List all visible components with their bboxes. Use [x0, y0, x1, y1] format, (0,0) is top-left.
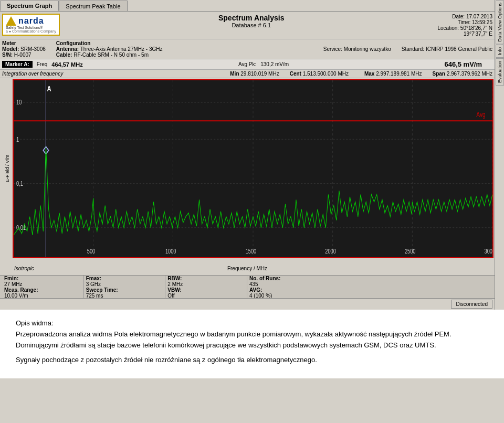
- marker-row: Marker A: Freq 464,57 MHz Avg Pk: 130,2 …: [0, 59, 495, 70]
- svg-text:10: 10: [16, 99, 22, 106]
- svg-text:1000: 1000: [165, 248, 176, 255]
- meter-label: Meter: [2, 40, 46, 46]
- meas-fmin: Fmin: 27 MHz Meas. Range: 10,00 V/m: [2, 276, 84, 299]
- description-area: Opis widma:Przeprowadzona analiza widma …: [0, 310, 504, 378]
- svg-text:Avg: Avg: [476, 111, 486, 119]
- y-axis-label: E-Field / V/m: [5, 155, 10, 182]
- description-paragraph-3: Sygnały pochodzące z pozostałych źródeł …: [16, 355, 488, 366]
- x-axis-label: Frequency / MHz: [227, 266, 267, 271]
- sidebar-tab-info[interactable]: Info: [496, 45, 504, 58]
- location-label: Location:: [437, 25, 459, 31]
- measurement-grid: Fmin: 27 MHz Meas. Range: 10,00 V/m Fmax…: [2, 276, 492, 299]
- disconnect-button[interactable]: Disconnected: [451, 300, 492, 309]
- model-row: Model: SRM-3006: [2, 46, 46, 52]
- avg-pk-label: Avg Pk:: [238, 61, 256, 67]
- logo-text: narda: [18, 16, 44, 26]
- meter-config-row: Meter Model: SRM-3006 S/N: H-0007 Config…: [0, 39, 495, 59]
- sidebar-tab-evaluation[interactable]: Evaluation: [496, 58, 504, 86]
- service-label: Service:: [323, 46, 342, 52]
- graph-container: E-Field / V/m: [1, 79, 494, 274]
- antenna-row: Antenna: Three-Axis Antenna 27MHz - 3GHz: [56, 46, 163, 52]
- avg-pk-value: 130,2 mV/m: [260, 61, 289, 67]
- integration-label: Integration over frequency: [2, 71, 63, 77]
- logo-area: narda Safety Test Solutions® a ● Communi…: [2, 14, 65, 36]
- spectrum-graph-svg: 10 1 0,1 0,01 500 1000 1500 2000 2500 30…: [14, 80, 492, 257]
- big-measurement-value: 646,5 mV/m: [444, 60, 482, 68]
- header-area: narda Safety Test Solutions® a ● Communi…: [0, 12, 495, 39]
- right-sidebar: Data View Options Info Evaluation: [495, 0, 504, 310]
- config-col: Configuration Antenna: Three-Axis Antenn…: [56, 40, 163, 58]
- svg-text:2500: 2500: [405, 248, 415, 255]
- title-area: Spectrum Analysis Database # 6.1: [69, 14, 433, 28]
- svg-text:1500: 1500: [246, 248, 256, 255]
- measurement-bar: Fmin: 27 MHz Meas. Range: 10,00 V/m Fmax…: [0, 275, 495, 298]
- sidebar-tab-data-view[interactable]: Data View Options: [496, 0, 504, 44]
- meas-noruns: No. of Runs: 435 AVG: 4 (100 %): [247, 276, 329, 299]
- svg-text:A: A: [47, 84, 51, 93]
- time-row: Time: 13:59:25: [437, 19, 492, 25]
- service-value: Monitoring wszystko: [344, 46, 391, 52]
- marker-badge: Marker A:: [2, 61, 33, 68]
- time-label: Time:: [458, 19, 471, 25]
- sn-row: S/N: H-0007: [2, 52, 46, 58]
- location-value: 50°18'26,7" N19°7'37,7" E: [460, 25, 492, 37]
- logo-tagline: Safety Test Solutions®: [6, 26, 43, 29]
- meas-fmax: Fmax: 3 GHz Sweep Time: 725 ms: [84, 276, 166, 299]
- tab-spectrum-graph[interactable]: Spectrum Graph: [0, 1, 59, 11]
- cable-row: Cable: RF-Cable SRM - N 50 ohm - 5m: [56, 52, 163, 58]
- sub-title: Database # 6.1: [69, 22, 433, 28]
- graph-inner: 10 1 0,1 0,01 500 1000 1500 2000 2500 30…: [13, 79, 494, 258]
- isotropic-label: Isotropic: [14, 266, 34, 271]
- svg-text:2000: 2000: [325, 248, 335, 255]
- freq-label: Freq: [37, 61, 48, 67]
- service-area: Service: Monitoring wszystko Standard: I…: [323, 40, 492, 58]
- standard-label: Standard:: [402, 46, 424, 52]
- date-value: 17.07.2013: [466, 14, 492, 19]
- meas-rbw: RBW: 2 MHz VBW: Off: [165, 276, 247, 299]
- svg-text:3000: 3000: [485, 248, 492, 255]
- date-area: Date: 17.07.2013 Time: 13:59:25 Location…: [437, 14, 492, 37]
- logo-box: narda Safety Test Solutions® a ● Communi…: [2, 14, 60, 36]
- description-paragraph-2: Dominującymi źródłami są stacje bazowe t…: [16, 341, 436, 349]
- tab-bar: Spectrum Graph Spectrum Peak Table: [0, 0, 495, 12]
- location-row: Location: 50°18'26,7" N19°7'37,7" E: [437, 25, 492, 37]
- logo-triangle-icon: [6, 16, 16, 26]
- svg-text:0,1: 0,1: [16, 179, 23, 187]
- time-value: 13:59:25: [472, 19, 492, 25]
- main-title: Spectrum Analysis: [69, 14, 433, 22]
- tab-spectrum-peak-table[interactable]: Spectrum Peak Table: [59, 1, 127, 11]
- date-label: Date:: [452, 14, 465, 19]
- standard-value: ICNIRP 1998 General Public: [426, 46, 492, 52]
- freq-value: 464,57 MHz: [51, 61, 82, 68]
- svg-text:500: 500: [87, 248, 95, 255]
- integration-row: Integration over frequency Min 29.810.01…: [0, 70, 495, 78]
- logo-subnote: a ● Communications Company: [6, 29, 56, 33]
- date-row: Date: 17.07.2013: [437, 14, 492, 19]
- description-paragraph-1: Opis widma:Przeprowadzona analiza widma …: [16, 318, 488, 351]
- disconnect-row: Disconnected: [0, 298, 495, 310]
- config-label: Configuration: [56, 40, 163, 46]
- meter-col: Meter Model: SRM-3006 S/N: H-0007: [2, 40, 46, 58]
- svg-text:1: 1: [16, 135, 19, 143]
